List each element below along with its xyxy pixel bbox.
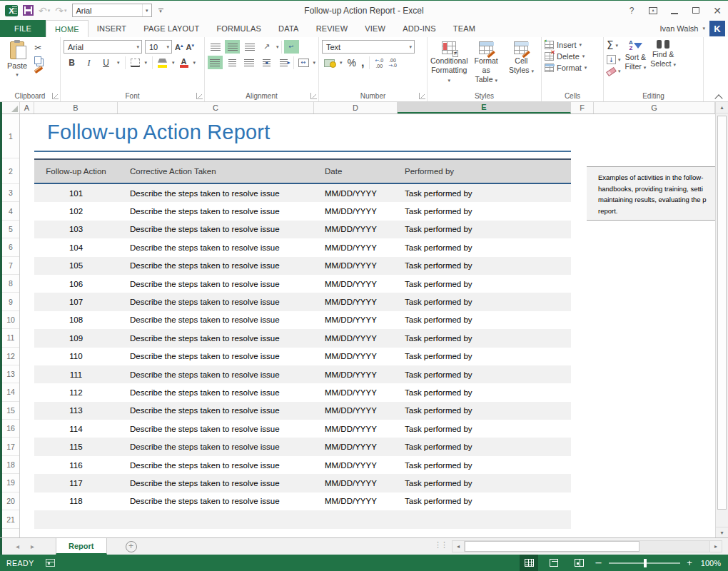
- zoom-level[interactable]: 100%: [701, 559, 721, 567]
- comma-style-button[interactable]: ,: [361, 60, 364, 66]
- table-cell[interactable]: Task performed by: [398, 456, 571, 474]
- table-cell[interactable]: MM/DD/YYYY: [314, 184, 398, 202]
- number-dialog-launcher[interactable]: [419, 93, 425, 99]
- close-button[interactable]: ✕: [707, 1, 728, 20]
- table-cell[interactable]: 111: [34, 365, 118, 383]
- qat-font-combo[interactable]: Arial▾: [72, 4, 152, 17]
- zoom-slider[interactable]: [609, 562, 680, 564]
- number-format-combo[interactable]: Text▾: [322, 40, 415, 54]
- side-note-box[interactable]: Examples of activities in the follow-han…: [587, 166, 715, 221]
- table-cell[interactable]: 116: [34, 456, 118, 474]
- increase-decimal-button[interactable]: ←.0.00: [375, 58, 383, 69]
- ribbon-tab-view[interactable]: VIEW: [356, 20, 394, 37]
- table-cell[interactable]: Describe the steps taken to resolve issu…: [118, 492, 314, 510]
- scroll-right-icon[interactable]: ▸: [709, 540, 722, 552]
- percent-style-button[interactable]: %: [348, 57, 356, 69]
- table-cell[interactable]: Describe the steps taken to resolve issu…: [118, 238, 314, 256]
- ribbon-tab-home[interactable]: HOME: [46, 20, 89, 37]
- row-header-18[interactable]: 18: [2, 456, 19, 474]
- vertical-scrollbar-thumb[interactable]: [717, 116, 727, 510]
- undo-button[interactable]: ↶▾: [39, 5, 50, 16]
- table-cell[interactable]: Task performed by: [398, 238, 571, 256]
- fill-color-button[interactable]: [158, 59, 167, 68]
- zoom-slider-thumb[interactable]: [644, 559, 647, 567]
- copy-icon[interactable]: [34, 56, 41, 64]
- new-sheet-button[interactable]: +: [126, 541, 137, 552]
- sort-filter-button[interactable]: AZ Sort &Filter ▾: [625, 40, 647, 90]
- table-cell[interactable]: Task performed by: [398, 402, 571, 420]
- row-header-5[interactable]: 5: [2, 221, 19, 238]
- ribbon-tab-file[interactable]: FILE: [0, 20, 46, 37]
- format-as-table-button[interactable]: Format asTable ▾: [470, 40, 503, 90]
- column-header-g[interactable]: G: [594, 102, 715, 113]
- table-cell[interactable]: Task performed by: [398, 311, 571, 329]
- font-color-button[interactable]: A: [180, 59, 188, 68]
- ribbon-tab-formulas[interactable]: FORMULAS: [208, 20, 270, 37]
- table-cell[interactable]: Task performed by: [398, 492, 571, 510]
- zoom-in-button[interactable]: +: [687, 557, 692, 568]
- align-right-button[interactable]: [242, 56, 257, 69]
- cell-styles-button[interactable]: CellStyles ▾: [505, 40, 538, 90]
- table-header-cell[interactable]: Follow-up Action: [34, 160, 118, 183]
- row-header-1[interactable]: 1: [2, 114, 19, 158]
- autosum-button[interactable]: Σ▾: [607, 41, 621, 51]
- table-cell[interactable]: 106: [34, 275, 118, 293]
- top-align-button[interactable]: [208, 40, 223, 54]
- scroll-left-icon[interactable]: ◂: [452, 540, 465, 552]
- row-header-7[interactable]: 7: [2, 257, 19, 275]
- ribbon-tab-data[interactable]: DATA: [270, 20, 308, 37]
- table-cell[interactable]: Describe the steps taken to resolve issu…: [118, 420, 314, 438]
- column-header-c[interactable]: C: [118, 102, 314, 113]
- cut-icon[interactable]: ✂: [34, 43, 43, 53]
- user-name[interactable]: Ivan Walsh: [659, 24, 698, 33]
- table-cell[interactable]: Describe the steps taken to resolve issu…: [118, 329, 314, 347]
- next-sheet-icon[interactable]: ▸: [31, 542, 34, 550]
- table-cell[interactable]: 104: [34, 238, 118, 256]
- save-icon[interactable]: [23, 5, 34, 16]
- shrink-font-button[interactable]: A▾: [186, 43, 193, 51]
- scroll-down-icon[interactable]: ▾: [716, 527, 728, 537]
- wrap-text-button[interactable]: ↩: [284, 40, 299, 54]
- table-cell[interactable]: 107: [34, 293, 118, 310]
- borders-icon[interactable]: [131, 59, 140, 67]
- table-header-cell[interactable]: Date: [314, 160, 398, 183]
- font-name-combo[interactable]: Arial▾: [64, 40, 142, 54]
- column-header-b[interactable]: B: [34, 102, 118, 113]
- table-cell[interactable]: MM/DD/YYYY: [314, 492, 398, 510]
- table-cell[interactable]: Describe the steps taken to resolve issu…: [118, 456, 314, 474]
- table-header-cell[interactable]: Corrective Action Taken: [118, 160, 314, 183]
- table-cell[interactable]: Task performed by: [398, 221, 571, 238]
- font-dialog-launcher[interactable]: [196, 93, 203, 99]
- row-header-2[interactable]: 2: [2, 158, 19, 184]
- collapse-ribbon-button[interactable]: [715, 93, 722, 98]
- conditional-formatting-button[interactable]: ConditionalFormatting ▾: [430, 40, 468, 90]
- table-cell[interactable]: 102: [34, 202, 118, 220]
- row-header-8[interactable]: 8: [2, 275, 19, 293]
- row-header-9[interactable]: 9: [2, 293, 19, 310]
- ribbon-tab-page-layout[interactable]: PAGE LAYOUT: [135, 20, 208, 37]
- table-cell[interactable]: Describe the steps taken to resolve issu…: [118, 275, 314, 293]
- horizontal-scrollbar[interactable]: ◂ ▸: [452, 540, 722, 552]
- vertical-scrollbar[interactable]: ▴ ▾: [715, 102, 728, 537]
- orientation-button[interactable]: ↗: [259, 40, 274, 54]
- ribbon-tab-review[interactable]: REVIEW: [308, 20, 357, 37]
- format-painter-icon[interactable]: [34, 66, 44, 74]
- table-cell[interactable]: MM/DD/YYYY: [314, 311, 398, 329]
- table-cell[interactable]: Task performed by: [398, 365, 571, 383]
- table-cell[interactable]: MM/DD/YYYY: [314, 474, 398, 492]
- table-cell[interactable]: Describe the steps taken to resolve issu…: [118, 257, 314, 275]
- avatar[interactable]: K: [709, 21, 725, 36]
- bottom-align-button[interactable]: [242, 40, 257, 54]
- report-title-cell[interactable]: Follow-up Action Report: [47, 121, 270, 144]
- insert-cells-button[interactable]: Insert▾: [545, 41, 600, 49]
- table-header-cell[interactable]: Performed by: [398, 160, 571, 183]
- table-cell[interactable]: MM/DD/YYYY: [314, 221, 398, 238]
- row-header-17[interactable]: 17: [2, 438, 19, 455]
- table-cell[interactable]: 118: [34, 492, 118, 510]
- table-cell[interactable]: 110: [34, 348, 118, 365]
- help-button[interactable]: ?: [621, 1, 642, 20]
- table-cell[interactable]: 108: [34, 311, 118, 329]
- row-header-14[interactable]: 14: [2, 383, 19, 401]
- row-header-6[interactable]: 6: [2, 238, 19, 256]
- table-cell[interactable]: 109: [34, 329, 118, 347]
